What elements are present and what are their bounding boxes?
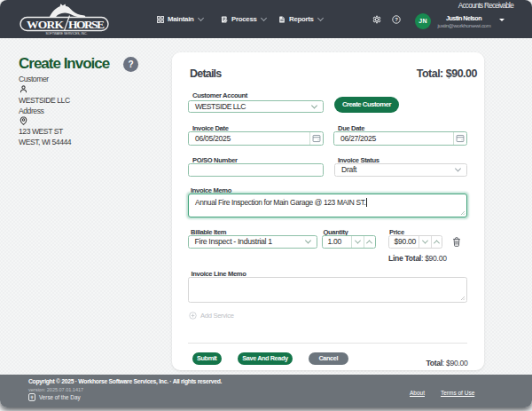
svg-text:?: ? [395, 17, 398, 22]
svg-text:SOFTWARE SERVICES, INC.: SOFTWARE SERVICES, INC. [46, 32, 88, 36]
svg-text:HORSE: HORSE [68, 18, 105, 31]
svg-text:WORK: WORK [27, 18, 64, 31]
